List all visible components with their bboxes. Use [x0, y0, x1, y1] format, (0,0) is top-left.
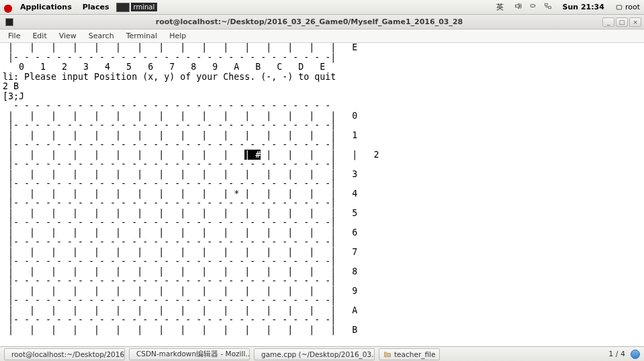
window-titlebar: root@localhost:~/Desktop/2016_03_26_Game…	[0, 15, 644, 30]
applications-menu[interactable]: Applications	[16, 1, 76, 13]
menu-search[interactable]: Search	[83, 30, 120, 42]
user-menu[interactable]: root	[615, 3, 640, 11]
terminal-output[interactable]: | | | | | | | | | | | | | | | | E |- - -…	[0, 43, 644, 346]
window-thumbnail-label[interactable]: rminal	[131, 3, 158, 11]
menu-help[interactable]: Help	[164, 30, 191, 42]
term-line: | | | | | | | | | | | | | | | | 5	[3, 208, 357, 218]
svg-rect-0	[531, 5, 535, 7]
term-line: 2 B	[3, 81, 19, 91]
term-line: | | | | | | | | | | | * | | | | | 4	[3, 189, 357, 199]
term-line: |- - - - - - - - - - - - - - - - - - - -…	[3, 256, 336, 266]
term-line: |- - - - - - - - - - - - - - - - - - - -…	[3, 276, 336, 286]
term-line: |- - - - - - - - - - - - - - - - - - - -…	[3, 217, 336, 227]
network-icon[interactable]	[544, 2, 552, 12]
term-line: 0 1 2 3 4 5 6 7 8 9 A B C D E	[3, 62, 325, 72]
close-button[interactable]: ×	[629, 17, 641, 27]
clock[interactable]: Sun 21:34	[559, 1, 608, 13]
term-line: | | | | | | | | | | | | | | | | 9	[3, 286, 357, 296]
volume-icon[interactable]	[514, 2, 522, 12]
menu-terminal[interactable]: Terminal	[121, 30, 163, 42]
taskbar: root@localhost:~/Desktop/2016... CSDN-ma…	[0, 346, 644, 361]
workspace-indicator[interactable]: 1 / 4	[608, 350, 625, 358]
workspace-switcher-icon[interactable]	[631, 350, 640, 359]
term-line: |- - - - - - - - - - - - - - - - - - - -…	[3, 315, 336, 325]
task-label: teacher_file	[394, 350, 435, 358]
term-line: | | | | | | | | | | | | | | | | A	[3, 305, 357, 315]
brightness-icon[interactable]	[529, 2, 537, 12]
task-firefox[interactable]: CSDN-markdown编辑器 - Mozill...	[129, 348, 250, 360]
terminal-app-icon	[5, 18, 13, 26]
menu-view[interactable]: View	[54, 30, 82, 42]
distro-icon	[4, 5, 12, 13]
term-line: |- - - - - - - - - - - - - - - - - - - -…	[3, 120, 336, 130]
minimize-button[interactable]: _	[602, 17, 614, 27]
term-line: | | | | | | | | | | |	[3, 150, 244, 160]
window-title: root@localhost:~/Desktop/2016_03_26_Game…	[16, 17, 602, 26]
gnome-top-bar: Applications Places rminal 英 Sun 21:34 r…	[0, 0, 644, 15]
task-label: root@localhost:~/Desktop/2016...	[11, 350, 125, 358]
svg-rect-2	[548, 7, 551, 9]
term-line: |- - - - - - - - - - - - - - - - - - - -…	[3, 237, 336, 247]
term-line: - - - - - - - - - - - - - - - - - - - - …	[3, 101, 330, 111]
svg-rect-1	[545, 3, 547, 5]
menubar: File Edit View Search Terminal Help	[0, 30, 644, 43]
term-line: |- - - - - - - - - - - - - - - - - - - -…	[3, 140, 336, 150]
places-menu[interactable]: Places	[79, 1, 113, 13]
term-line: | | | | | | | | | | | | | | | | 6	[3, 227, 357, 238]
term-cursor-cell: | #	[244, 150, 261, 160]
term-line: li: Please input Position (x, y) of your…	[3, 72, 336, 82]
term-line: |- - - - - - - - - - - - - - - - - - - -…	[3, 295, 336, 305]
maximize-button[interactable]: □	[616, 17, 628, 27]
term-line: | | | | | 2	[261, 150, 379, 160]
term-line: | | | | | | | | | | | | | | | | 8	[3, 266, 357, 276]
term-line: |- - - - - - - - - - - - - - - - - - - -…	[3, 159, 336, 169]
term-line: | | | | | | | | | | | | | | | | 7	[3, 247, 357, 257]
term-line: | | | | | | | | | | | | | | | | E	[3, 43, 357, 52]
menu-file[interactable]: File	[3, 30, 26, 42]
menu-edit[interactable]: Edit	[27, 30, 52, 42]
term-line: |- - - - - - - - - - - - - - - - - - - -…	[3, 52, 336, 62]
window-thumbnail[interactable]	[116, 3, 130, 12]
task-folder[interactable]: teacher_file	[379, 348, 440, 360]
svg-rect-3	[616, 5, 622, 9]
term-line: | | | | | | | | | | | | | | | | 3	[3, 169, 357, 179]
term-line: |- - - - - - - - - - - - - - - - - - - -…	[3, 198, 336, 208]
term-line: | | | | | | | | | | | | | | | | 1	[3, 130, 357, 140]
task-gedit[interactable]: game.cpp (~/Desktop/2016_03...	[254, 348, 375, 360]
term-line: | | | | | | | | | | | | | | | | B	[3, 325, 357, 335]
task-terminal[interactable]: root@localhost:~/Desktop/2016...	[4, 348, 125, 360]
task-label: CSDN-markdown编辑器 - Mozill...	[136, 350, 250, 359]
user-label: root	[625, 3, 640, 11]
task-label: game.cpp (~/Desktop/2016_03...	[261, 350, 375, 358]
term-line: | | | | | | | | | | | | | | | | 0	[3, 111, 357, 121]
ime-indicator[interactable]: 英	[492, 1, 508, 13]
term-line: [3;J	[3, 91, 24, 101]
folder-icon	[383, 350, 392, 358]
term-line: |- - - - - - - - - - - - - - - - - - - -…	[3, 178, 336, 189]
